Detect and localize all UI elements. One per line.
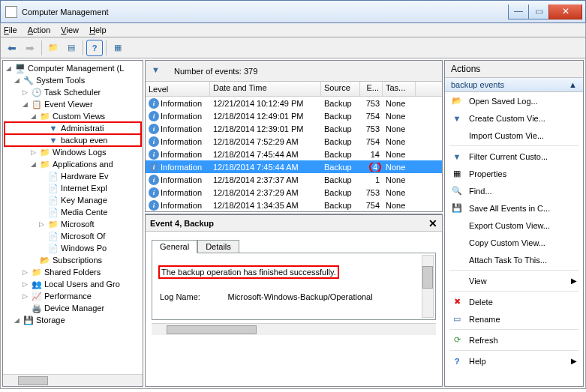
action-copy[interactable]: Copy Custom View... <box>445 234 583 251</box>
detail-hscroll[interactable] <box>152 323 436 335</box>
show-hide-tree-button[interactable]: 📁 <box>45 40 62 56</box>
forward-button[interactable]: ➡ <box>22 40 38 56</box>
actions-group[interactable]: backup events▲ <box>445 78 583 92</box>
col-level[interactable]: Level <box>146 82 210 96</box>
table-row[interactable]: iInformation12/18/2014 7:45:44 AMBackup4… <box>146 160 442 173</box>
col-date[interactable]: Date and Time <box>210 82 321 96</box>
close-button[interactable]: ✕ <box>548 4 582 19</box>
action-refresh[interactable]: ⟳Refresh <box>445 331 583 349</box>
title-bar: Computer Management — ▭ ✕ <box>0 0 586 22</box>
action-help[interactable]: ?Help▶ <box>445 352 583 370</box>
tree-hscroll[interactable] <box>3 374 143 386</box>
actions-header: Actions <box>445 61 583 78</box>
table-row[interactable]: iInformation12/18/2014 12:49:01 PMBackup… <box>146 109 442 122</box>
action-attach-task[interactable]: Attach Task To This... <box>445 251 583 268</box>
tree-mc[interactable]: Media Cente <box>61 208 107 217</box>
event-list-panel: ▼ Number of events: 379 Level Date and T… <box>145 60 443 387</box>
tree-winpo[interactable]: Windows Po <box>61 244 107 253</box>
navigation-tree[interactable]: ◢🖥️Computer Management (L ◢🔧System Tools… <box>2 60 143 387</box>
event-count: Number of events: 379 <box>174 67 257 76</box>
tree-appsvc[interactable]: Applications and <box>53 160 113 169</box>
tree-local[interactable]: Local Users and Gro <box>44 280 120 289</box>
table-row[interactable]: iInformation12/21/2014 10:12:49 PMBackup… <box>146 97 442 109</box>
tree-subs[interactable]: Subscriptions <box>53 256 102 265</box>
tree-root[interactable]: Computer Management (L <box>28 64 124 73</box>
detail-title: Event 4, Backup <box>150 219 214 228</box>
tree-shared[interactable]: Shared Folders <box>44 268 101 277</box>
grid-header[interactable]: Level Date and Time Source E... Tas... <box>146 82 442 97</box>
detail-close-button[interactable]: ✕ <box>428 217 437 229</box>
table-row[interactable]: iInformation12/18/2014 2:37:37 AMBackup1… <box>146 173 442 186</box>
tree-winlogs[interactable]: Windows Logs <box>53 148 107 157</box>
event-message: The backup operation has finished succes… <box>160 267 338 277</box>
menu-help[interactable]: Help <box>89 25 107 34</box>
table-row[interactable]: iInformation12/18/2014 1:34:35 AMBackup7… <box>146 199 442 211</box>
table-row[interactable]: iInformation12/18/2014 7:52:29 AMBackup7… <box>146 135 442 148</box>
tree-km[interactable]: Key Manage <box>61 196 107 205</box>
table-row[interactable]: iInformation12/18/2014 7:45:44 AMBackup1… <box>146 148 442 160</box>
action-export[interactable]: Export Custom View... <box>445 217 583 234</box>
action-filter-current[interactable]: ▼Filter Current Custo... <box>445 148 583 165</box>
action-pane-button[interactable]: ▦ <box>110 40 126 56</box>
menu-view[interactable]: View <box>61 25 79 34</box>
action-properties[interactable]: ▦Properties <box>445 165 583 182</box>
menu-action[interactable]: Action <box>28 25 51 34</box>
tree-hw[interactable]: Hardware Ev <box>61 172 109 181</box>
main-area: ◢🖥️Computer Management (L ◢🔧System Tools… <box>0 58 586 389</box>
action-rename[interactable]: ▭Rename <box>445 310 583 328</box>
toolbar: ⬅ ➡ 📁 ▤ ? ▦ <box>0 37 586 58</box>
app-icon <box>5 6 17 18</box>
tree-ms[interactable]: Microsoft <box>61 220 95 229</box>
table-row[interactable]: iInformation12/18/2014 12:39:01 PMBackup… <box>146 122 442 135</box>
properties-button[interactable]: ▤ <box>63 40 80 56</box>
tree-backup[interactable]: backup even <box>61 136 107 145</box>
table-row[interactable]: iInformation12/18/2014 2:37:29 AMBackup7… <box>146 186 442 199</box>
menu-file[interactable]: File <box>4 25 17 34</box>
action-view[interactable]: View▶ <box>445 272 583 289</box>
detail-vscroll[interactable] <box>422 255 434 318</box>
logname-value: Microsoft-Windows-Backup/Operational <box>228 292 373 301</box>
tab-details[interactable]: Details <box>197 240 239 253</box>
tree-tasksch[interactable]: Task Scheduler <box>44 88 101 97</box>
col-task[interactable]: Tas... <box>383 82 416 96</box>
maximize-button[interactable]: ▭ <box>528 4 549 19</box>
action-delete[interactable]: ✖Delete <box>445 293 583 310</box>
tree-msoff[interactable]: Microsoft Of <box>61 232 105 241</box>
window-title: Computer Management <box>22 7 509 16</box>
col-source[interactable]: Source <box>321 82 360 96</box>
action-import-custom-view[interactable]: Import Custom Vie... <box>445 127 583 144</box>
filter-bar: ▼ Number of events: 379 <box>146 61 442 82</box>
action-open-saved-log[interactable]: 📂Open Saved Log... <box>445 92 583 109</box>
help-button[interactable]: ? <box>86 40 103 56</box>
tree-custviews[interactable]: Custom Views <box>53 112 105 121</box>
tree-perf[interactable]: Performance <box>44 292 92 301</box>
tree-admin[interactable]: Administrati <box>61 124 104 133</box>
tree-eventviewer[interactable]: Event Viewer <box>44 100 93 109</box>
event-detail-panel: Event 4, Backup ✕ General Details The ba… <box>145 214 443 387</box>
tree-storage[interactable]: Storage <box>36 316 65 325</box>
tree-devmgr[interactable]: Device Manager <box>44 304 104 313</box>
col-eventid[interactable]: E... <box>360 82 383 96</box>
back-button[interactable]: ⬅ <box>4 40 20 56</box>
menu-bar: File Action View Help <box>0 22 586 37</box>
action-save-all[interactable]: 💾Save All Events in C... <box>445 199 583 217</box>
logname-label: Log Name: <box>160 292 200 301</box>
event-grid[interactable]: Level Date and Time Source E... Tas... i… <box>146 82 442 211</box>
action-find[interactable]: 🔍Find... <box>445 182 583 199</box>
minimize-button[interactable]: — <box>508 4 529 19</box>
action-create-custom-view[interactable]: ▼Create Custom Vie... <box>445 109 583 127</box>
tree-ie[interactable]: Internet Expl <box>61 184 107 193</box>
tab-general[interactable]: General <box>152 240 197 253</box>
filter-icon: ▼ <box>152 65 164 77</box>
actions-panel: Actions backup events▲ 📂Open Saved Log..… <box>444 60 584 387</box>
tree-systools[interactable]: System Tools <box>36 76 85 85</box>
